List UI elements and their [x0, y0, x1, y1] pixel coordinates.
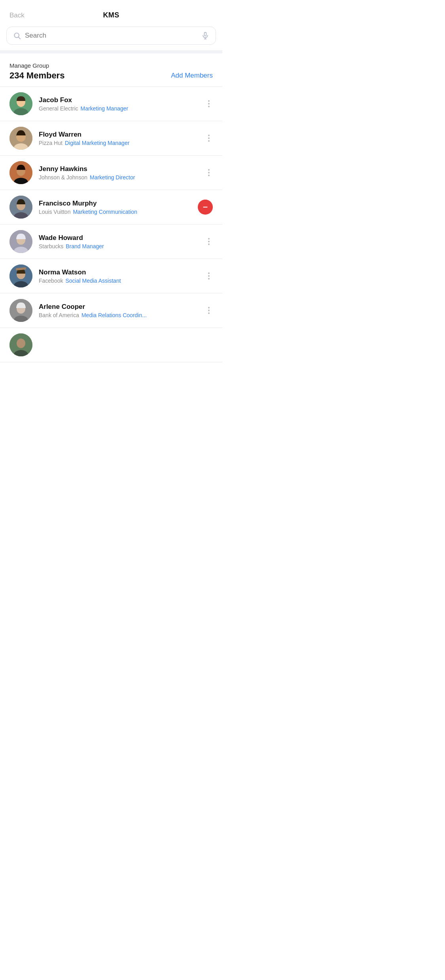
- remove-button-francisco-murphy[interactable]: [198, 200, 213, 215]
- avatar-partial: [9, 333, 32, 356]
- more-button-floyd-warren[interactable]: [205, 133, 213, 143]
- member-meta-floyd-warren: Pizza HutDigital Marketing Manager: [39, 140, 205, 146]
- avatar-wade-howard: [9, 230, 32, 253]
- header: Back KMS: [0, 0, 222, 27]
- member-name-jenny-hawkins: Jenny Hawkins: [39, 165, 205, 173]
- avatar-jacob-fox: [9, 92, 32, 115]
- more-button-jenny-hawkins[interactable]: [205, 167, 213, 178]
- member-name-norma-watson: Norma Watson: [39, 268, 205, 276]
- member-role-jenny-hawkins: Marketing Director: [90, 174, 135, 181]
- member-role-wade-howard: Brand Manager: [66, 243, 104, 249]
- member-name-arlene-cooper: Arlene Cooper: [39, 303, 205, 311]
- more-button-norma-watson[interactable]: [205, 271, 213, 281]
- search-icon: [13, 32, 21, 40]
- member-role-norma-watson: Social Media Assistant: [65, 278, 121, 284]
- member-company-francisco-murphy: Louis Vuitton: [39, 209, 70, 215]
- member-info-wade-howard: Wade HowardStarbucksBrand Manager: [39, 234, 205, 249]
- member-item-jacob-fox[interactable]: Jacob FoxGeneral ElectricMarketing Manag…: [0, 86, 222, 121]
- avatar-arlene-cooper: [9, 299, 32, 322]
- member-list: Jacob FoxGeneral ElectricMarketing Manag…: [0, 86, 222, 362]
- search-input[interactable]: [25, 32, 201, 40]
- avatar-jenny-hawkins: [9, 161, 32, 184]
- avatar-norma-watson: [9, 265, 32, 287]
- manage-group-label: Manage Group: [9, 62, 213, 69]
- member-role-francisco-murphy: Marketing Communication: [73, 209, 137, 215]
- member-name-jacob-fox: Jacob Fox: [39, 96, 205, 104]
- member-company-wade-howard: Starbucks: [39, 243, 63, 249]
- avatar-floyd-warren: [9, 127, 32, 150]
- member-name-francisco-murphy: Francisco Murphy: [39, 200, 198, 207]
- add-members-button[interactable]: Add Members: [171, 72, 213, 80]
- member-item-floyd-warren[interactable]: Floyd WarrenPizza HutDigital Marketing M…: [0, 121, 222, 156]
- member-role-jacob-fox: Marketing Manager: [81, 105, 129, 112]
- member-company-floyd-warren: Pizza Hut: [39, 140, 62, 146]
- member-meta-jenny-hawkins: Johnson & JohnsonMarketing Director: [39, 174, 205, 181]
- member-role-floyd-warren: Digital Marketing Manager: [65, 140, 129, 146]
- member-company-jacob-fox: General Electric: [39, 105, 78, 112]
- member-meta-wade-howard: StarbucksBrand Manager: [39, 243, 205, 249]
- member-info-jenny-hawkins: Jenny HawkinsJohnson & JohnsonMarketing …: [39, 165, 205, 181]
- member-info-jacob-fox: Jacob FoxGeneral ElectricMarketing Manag…: [39, 96, 205, 112]
- member-meta-arlene-cooper: Bank of AmericaMedia Relations Coordin..…: [39, 312, 205, 318]
- member-item-norma-watson[interactable]: Norma WatsonFacebookSocial Media Assista…: [0, 259, 222, 293]
- member-info-norma-watson: Norma WatsonFacebookSocial Media Assista…: [39, 268, 205, 284]
- member-company-norma-watson: Facebook: [39, 278, 63, 284]
- svg-line-1: [19, 37, 21, 39]
- section-divider: [0, 50, 222, 53]
- member-meta-jacob-fox: General ElectricMarketing Manager: [39, 105, 205, 112]
- member-name-wade-howard: Wade Howard: [39, 234, 205, 242]
- member-info-francisco-murphy: Francisco MurphyLouis VuittonMarketing C…: [39, 200, 198, 215]
- member-name-floyd-warren: Floyd Warren: [39, 131, 205, 139]
- more-button-arlene-cooper[interactable]: [205, 305, 213, 316]
- member-info-arlene-cooper: Arlene CooperBank of AmericaMedia Relati…: [39, 303, 205, 318]
- member-item-arlene-cooper[interactable]: Arlene CooperBank of AmericaMedia Relati…: [0, 293, 222, 328]
- page-title: KMS: [103, 11, 119, 19]
- member-info-floyd-warren: Floyd WarrenPizza HutDigital Marketing M…: [39, 131, 205, 146]
- avatar-francisco-murphy: [9, 196, 32, 219]
- member-company-jenny-hawkins: Johnson & Johnson: [39, 174, 87, 181]
- member-meta-norma-watson: FacebookSocial Media Assistant: [39, 278, 205, 284]
- svg-point-29: [17, 339, 25, 348]
- member-item-partial: [0, 328, 222, 362]
- group-header: Manage Group 234 Members Add Members: [0, 53, 222, 83]
- svg-rect-2: [205, 32, 206, 36]
- member-role-arlene-cooper: Media Relations Coordin...: [81, 312, 147, 318]
- member-item-francisco-murphy[interactable]: Francisco MurphyLouis VuittonMarketing C…: [0, 190, 222, 225]
- search-bar: [6, 27, 216, 45]
- member-company-arlene-cooper: Bank of America: [39, 312, 79, 318]
- more-button-wade-howard[interactable]: [205, 236, 213, 247]
- microphone-icon[interactable]: [201, 32, 209, 40]
- back-button[interactable]: Back: [9, 11, 25, 19]
- member-meta-francisco-murphy: Louis VuittonMarketing Communication: [39, 209, 198, 215]
- member-item-wade-howard[interactable]: Wade HowardStarbucksBrand Manager: [0, 225, 222, 259]
- more-button-jacob-fox[interactable]: [205, 99, 213, 109]
- members-count: 234 Members: [9, 70, 64, 81]
- member-item-jenny-hawkins[interactable]: Jenny HawkinsJohnson & JohnsonMarketing …: [0, 156, 222, 190]
